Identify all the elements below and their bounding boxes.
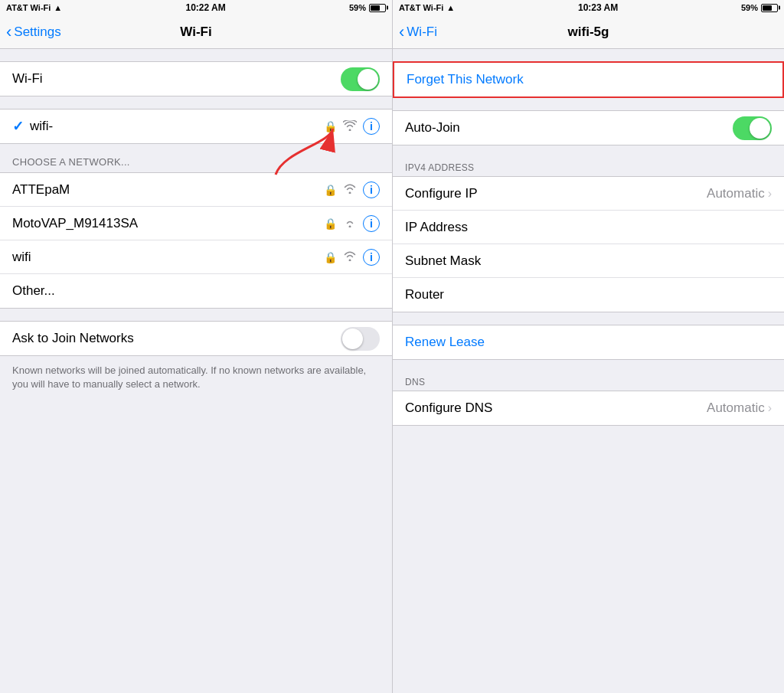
- auto-join-label: Auto-Join: [405, 120, 733, 136]
- wifi-toggle[interactable]: [341, 67, 380, 91]
- wifi-icon-0: [343, 183, 357, 196]
- wifi-bars-connected: [343, 120, 357, 133]
- wifi-toggle-group: Wi-Fi: [0, 61, 392, 96]
- connected-row-icons: 🔒 i: [324, 118, 380, 135]
- battery-icon-left: [369, 4, 386, 12]
- other-networks-label: Other...: [12, 283, 380, 299]
- status-right-left: 59%: [349, 3, 386, 12]
- spacer-right-2: [393, 98, 784, 110]
- dns-group: Configure DNS Automatic ›: [393, 391, 784, 426]
- left-panel: AT&T Wi-Fi ▲ 10:22 AM 59% ‹ Settings Wi-…: [0, 0, 392, 693]
- configure-ip-value: Automatic: [707, 186, 765, 201]
- status-right-right: 59%: [741, 3, 778, 12]
- router-row: Router: [393, 278, 784, 312]
- ip-address-label: IP Address: [405, 220, 772, 235]
- wifi-toggle-row: Wi-Fi: [0, 62, 392, 96]
- choose-network-header: CHOOSE A NETWORK...: [0, 144, 392, 172]
- checkmark-icon: ✓: [12, 118, 24, 135]
- nav-bar-left: ‹ Settings Wi-Fi: [0, 15, 392, 49]
- ask-join-group: Ask to Join Networks: [0, 321, 392, 356]
- wifi-icon-1: [343, 217, 357, 230]
- configure-ip-label: Configure IP: [405, 186, 707, 201]
- ipv4-section-header: IPV4 ADDRESS: [393, 158, 784, 176]
- network-name-2: wifi: [12, 250, 324, 265]
- subnet-mask-label: Subnet Mask: [405, 253, 772, 269]
- toggle-knob: [358, 69, 378, 90]
- carrier-text: AT&T Wi-Fi: [6, 3, 51, 12]
- chevron-left-icon: ‹: [6, 24, 11, 41]
- wifi-signal-icon-right: ▲: [446, 3, 455, 12]
- ask-join-row: Ask to Join Networks: [0, 322, 392, 355]
- lock-icon-1: 🔒: [324, 217, 337, 230]
- auto-join-toggle[interactable]: [733, 116, 772, 140]
- time-display-left: 10:22 AM: [185, 2, 225, 13]
- lock-icon-connected: 🔒: [324, 120, 337, 132]
- nav-title-right: wifi-5g: [568, 25, 609, 40]
- connected-network-row[interactable]: ✓ wifi- 🔒 i: [0, 110, 392, 143]
- info-button-0[interactable]: i: [363, 181, 380, 198]
- spacer-right-3: [393, 145, 784, 158]
- connected-network-name: wifi-: [30, 119, 324, 134]
- back-button-left[interactable]: ‹ Settings: [6, 24, 61, 41]
- info-button-1[interactable]: i: [363, 215, 380, 232]
- ask-join-toggle-knob: [342, 329, 363, 349]
- ask-join-label: Ask to Join Networks: [12, 331, 341, 346]
- network-icons-2: 🔒 i: [324, 249, 380, 266]
- info-button-2[interactable]: i: [363, 249, 380, 266]
- connected-network-group: ✓ wifi- 🔒 i: [0, 109, 392, 144]
- battery-percent-left: 59%: [349, 3, 366, 12]
- network-icons-0: 🔒 i: [324, 181, 380, 198]
- router-label: Router: [405, 287, 772, 302]
- list-item[interactable]: MotoVAP_M91413SA 🔒 i: [0, 207, 392, 240]
- ask-join-toggle[interactable]: [341, 327, 380, 351]
- configure-ip-row[interactable]: Configure IP Automatic ›: [393, 177, 784, 211]
- auto-join-group: Auto-Join: [393, 110, 784, 145]
- network-list-group: ATTEpaM 🔒 i MotoVAP_M91413SA 🔒: [0, 172, 392, 309]
- subnet-mask-row: Subnet Mask: [393, 244, 784, 278]
- spacer-right-top: [393, 49, 784, 61]
- nav-bar-right: ‹ Wi-Fi wifi-5g: [393, 15, 784, 49]
- forget-network-row[interactable]: Forget This Network: [393, 61, 784, 98]
- spacer-right-bottom: [393, 426, 784, 438]
- status-left-right: AT&T Wi-Fi ▲: [399, 3, 455, 12]
- wifi-icon-2: [343, 250, 357, 263]
- status-bar-left: AT&T Wi-Fi ▲ 10:22 AM 59%: [0, 0, 392, 15]
- back-label-left: Settings: [14, 25, 60, 40]
- spacer-2: [0, 96, 392, 109]
- right-panel: AT&T Wi-Fi ▲ 10:23 AM 59% ‹ Wi-Fi wifi-5…: [392, 0, 784, 693]
- network-name-0: ATTEpaM: [12, 182, 324, 198]
- footer-text: Known networks will be joined automatica…: [0, 356, 392, 399]
- lock-icon-0: 🔒: [324, 184, 337, 196]
- network-icons-1: 🔒 i: [324, 215, 380, 232]
- forget-network-label: Forget This Network: [407, 72, 524, 87]
- info-button-connected[interactable]: i: [363, 118, 380, 135]
- back-label-right: Wi-Fi: [407, 25, 437, 40]
- list-item[interactable]: wifi 🔒 i: [0, 240, 392, 274]
- chevron-left-icon-right: ‹: [399, 24, 404, 41]
- lock-icon-2: 🔒: [324, 251, 337, 263]
- spacer-right-5: [393, 360, 784, 372]
- time-display-right: 10:23 AM: [578, 2, 618, 13]
- battery-icon-right: [761, 4, 778, 12]
- carrier-text-right: AT&T Wi-Fi: [399, 3, 443, 12]
- network-name-1: MotoVAP_M91413SA: [12, 216, 324, 231]
- list-item[interactable]: ATTEpaM 🔒 i: [0, 173, 392, 207]
- status-bar-right: AT&T Wi-Fi ▲ 10:23 AM 59%: [393, 0, 784, 15]
- auto-join-row: Auto-Join: [393, 111, 784, 145]
- renew-lease-label: Renew Lease: [405, 335, 485, 350]
- wifi-label: Wi-Fi: [12, 71, 341, 87]
- auto-join-toggle-knob: [750, 118, 770, 139]
- list-item[interactable]: Other...: [0, 274, 392, 308]
- wifi-signal-icon: ▲: [54, 3, 62, 12]
- spacer-right-4: [393, 312, 784, 325]
- dns-section-header: DNS: [393, 372, 784, 391]
- ipv4-group: Configure IP Automatic › IP Address Subn…: [393, 176, 784, 312]
- nav-title-left: Wi-Fi: [180, 25, 211, 40]
- battery-percent-right: 59%: [741, 3, 758, 12]
- spacer-top-left: [0, 49, 392, 61]
- back-button-right[interactable]: ‹ Wi-Fi: [399, 24, 437, 41]
- spacer-3: [0, 309, 392, 321]
- configure-dns-row[interactable]: Configure DNS Automatic ›: [393, 391, 784, 425]
- status-left: AT&T Wi-Fi ▲: [6, 3, 62, 12]
- renew-lease-row[interactable]: Renew Lease: [393, 325, 784, 360]
